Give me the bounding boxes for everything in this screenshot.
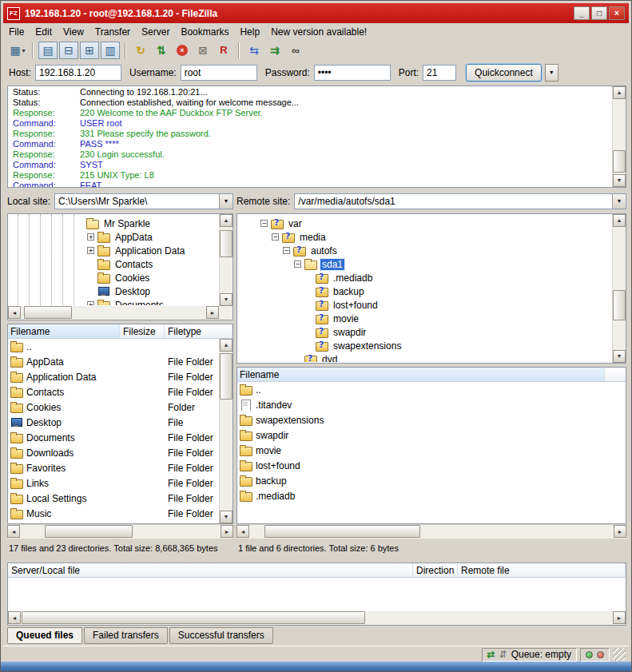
remote-tree-vertical-scrollbar[interactable]: ▲ ▼ [612,214,626,363]
password-input[interactable] [314,65,391,81]
reconnect-button[interactable]: R [214,42,233,59]
scroll-left-arrow-icon[interactable]: ◄ [237,525,249,538]
log-vertical-scrollbar[interactable]: ▲ ▼ [612,86,626,187]
local-file-row[interactable]: Favorites File Folder [8,460,233,475]
directory-comparison-button[interactable]: ⇆ [244,42,264,59]
quickconnect-dropdown-button[interactable]: ▼ [545,64,558,82]
combo-dropdown-icon[interactable]: ▼ [612,194,626,209]
local-tree-horizontal-scrollbar[interactable]: ◄ ► [8,306,219,320]
resize-grip[interactable] [613,648,626,661]
scrollbar-thumb[interactable] [22,611,365,624]
remote-tree-item[interactable]: movie [238,312,611,325]
column-header-server-local-file[interactable]: Server/Local file [8,563,413,577]
column-header-filename[interactable]: Filename [237,368,605,381]
toggle-transfer-queue-button[interactable]: ▥ [101,42,120,59]
remote-file-row[interactable]: .. [237,382,626,397]
refresh-button[interactable]: ↻ [131,42,150,59]
toggle-message-log-button[interactable]: ▤ [38,42,58,59]
scroll-down-arrow-icon[interactable]: ▼ [220,511,233,523]
scroll-right-arrow-icon[interactable]: ► [221,525,233,538]
remote-tree-item[interactable]: swapextensions [238,339,611,352]
scroll-left-arrow-icon[interactable]: ◄ [7,525,20,538]
remote-file-row[interactable]: .titandev [237,397,626,412]
menu-file[interactable]: File [3,25,30,39]
menu-help[interactable]: Help [234,25,265,39]
toggle-local-tree-button[interactable]: ⊟ [59,42,78,59]
local-tree-item[interactable]: Contacts [9,257,218,271]
column-header-remote-file[interactable]: Remote file [458,563,626,577]
expand-toggle-icon[interactable] [260,220,268,227]
remote-list-horizontal-scrollbar[interactable]: ◄ ► [237,525,626,539]
scrollbar-thumb[interactable] [220,353,233,400]
local-tree-item[interactable]: Documents [9,298,218,305]
scroll-up-arrow-icon[interactable]: ▲ [613,214,626,227]
remote-site-combo[interactable]: ▼ [294,193,626,209]
scroll-up-arrow-icon[interactable]: ▲ [220,339,233,352]
find-files-button[interactable]: ∞ [286,42,305,59]
remote-tree-item[interactable]: dvd [238,352,611,362]
local-file-row[interactable]: Application Data File Folder [8,369,233,384]
scrollbar-thumb[interactable] [24,306,72,319]
scroll-left-arrow-icon[interactable]: ◄ [8,611,21,624]
combo-dropdown-icon[interactable]: ▼ [219,194,233,209]
scrollbar-thumb[interactable] [613,290,626,320]
scrollbar-thumb[interactable] [45,525,133,538]
local-file-row[interactable]: Documents File Folder [8,430,233,445]
toggle-remote-tree-button[interactable]: ⊞ [80,42,99,59]
scroll-left-arrow-icon[interactable]: ◄ [8,306,21,319]
title-bar[interactable]: FZ 192.168.1.20 - root@192.168.1.20 - Fi… [3,3,629,23]
scroll-down-arrow-icon[interactable]: ▼ [613,350,626,363]
close-button[interactable]: × [609,6,625,20]
local-list-vertical-scrollbar[interactable]: ▲ ▼ [219,339,233,523]
port-input[interactable] [423,65,456,81]
tab-failed-transfers[interactable]: Failed transfers [84,627,168,644]
local-file-row[interactable]: Contacts File Folder [8,384,233,400]
remote-tree-item[interactable]: autofs [238,244,611,257]
disconnect-button[interactable]: ⊠ [193,42,213,59]
scrollbar-thumb[interactable] [220,230,233,257]
tab-queued-files[interactable]: Queued files [7,627,82,644]
expand-toggle-icon[interactable] [87,247,94,254]
column-header-filetype[interactable]: Filetype [165,324,233,338]
minimize-button[interactable]: _ [574,6,590,20]
local-tree-item[interactable]: Mr Sparkle [9,217,218,230]
scroll-down-arrow-icon[interactable]: ▼ [220,293,233,306]
local-tree-item[interactable]: Application Data [9,244,218,257]
local-file-row[interactable]: Downloads File Folder [8,445,233,460]
local-tree-item[interactable]: Cookies [9,271,218,284]
remote-site-input[interactable] [294,193,626,209]
local-file-row[interactable]: Cookies Folder [8,400,233,415]
remote-file-row[interactable]: .mediadb [237,488,626,503]
scroll-right-arrow-icon[interactable]: ► [613,611,626,624]
menu-view[interactable]: View [58,25,89,39]
local-file-row[interactable]: Music File Folder [8,506,233,521]
expand-toggle-icon[interactable] [87,301,94,305]
speed-limit-icon[interactable]: ⇄ [487,650,495,659]
scroll-up-arrow-icon[interactable]: ▲ [613,86,626,99]
scrollbar-thumb[interactable] [613,150,626,173]
local-file-row[interactable]: .. [8,339,233,354]
local-list-horizontal-scrollbar[interactable]: ◄ ► [7,525,233,539]
remote-tree-item[interactable]: sda1 [238,257,611,271]
host-input[interactable] [35,65,121,81]
quickconnect-button[interactable]: Quickconnect [466,64,542,82]
transfer-activity-icon[interactable]: ⇵ [499,650,507,659]
maximize-button[interactable]: □ [591,6,607,20]
scroll-down-arrow-icon[interactable]: ▼ [613,174,626,187]
local-file-row[interactable]: AppData File Folder [8,354,233,369]
menu-new-version-available[interactable]: New version available! [265,25,372,39]
remote-tree-item[interactable]: swapdir [238,325,611,339]
remote-tree-item[interactable]: media [238,230,611,244]
local-file-row[interactable]: Links File Folder [8,475,233,491]
remote-file-row[interactable]: movie [237,443,626,458]
local-file-row[interactable]: Desktop File [8,415,233,430]
column-header-filesize[interactable]: Filesize [120,324,165,338]
scrollbar-thumb[interactable] [264,525,420,538]
username-input[interactable] [181,65,257,81]
local-site-combo[interactable]: ▼ [54,193,233,209]
remote-tree-item[interactable]: lost+found [238,298,611,312]
menu-edit[interactable]: Edit [30,25,58,39]
remote-tree-item[interactable]: var [238,217,611,230]
local-file-row[interactable]: Local Settings File Folder [8,491,233,506]
site-manager-button[interactable]: ▦ ▾ [8,42,27,59]
